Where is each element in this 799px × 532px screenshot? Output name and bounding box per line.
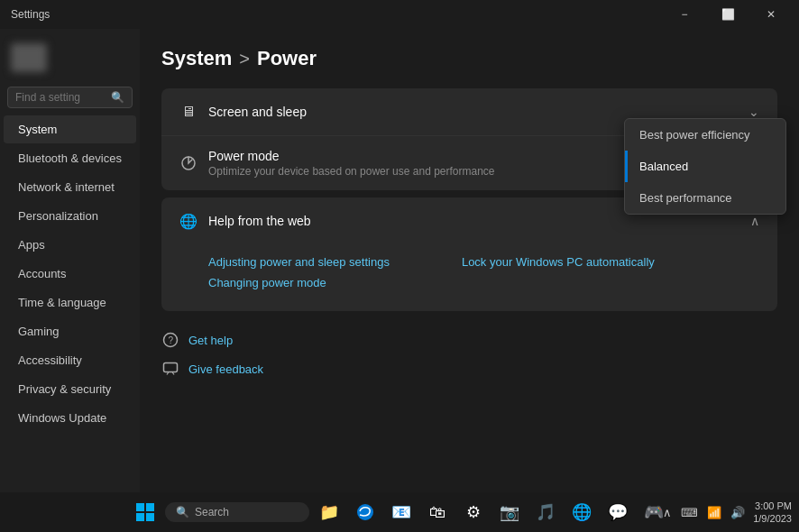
sidebar-item-windows-update[interactable]: Windows Update xyxy=(4,404,136,432)
sidebar-item-apps[interactable]: Apps xyxy=(4,231,136,259)
get-help-label: Get help xyxy=(188,334,233,347)
screen-sleep-card: 🖥 Screen and sleep ⌄ Power mode Optimize… xyxy=(161,88,777,190)
taskbar-photos-icon[interactable]: 📷 xyxy=(493,496,526,528)
taskbar-search-box[interactable]: 🔍 Search xyxy=(165,502,309,522)
tray-wifi-icon[interactable]: 📶 xyxy=(704,504,724,521)
screen-icon: 🖥 xyxy=(179,103,197,121)
svg-point-8 xyxy=(357,504,373,520)
sidebar: 🔍 System Bluetooth & devices Network & i… xyxy=(0,29,140,492)
svg-rect-7 xyxy=(146,513,154,521)
taskbar-settings-icon[interactable]: ⚙ xyxy=(457,496,490,528)
taskbar-app1-icon[interactable]: 💬 xyxy=(602,496,634,528)
tray-volume-icon[interactable]: 🔊 xyxy=(728,504,748,521)
get-help-icon: ? xyxy=(161,331,179,349)
help-web-chevron: ∧ xyxy=(750,214,759,228)
main-content: System > Power 🖥 Screen and sleep ⌄ xyxy=(140,29,799,492)
taskbar-files-icon[interactable]: 📁 xyxy=(313,496,345,528)
taskbar: 🔍 Search 📁 📧 🛍 ⚙ 📷 🎵 🌐 💬 🎮 ∧ ⌨ 📶 🔊 3:00 … xyxy=(0,492,799,532)
breadcrumb: System > Power xyxy=(161,47,777,70)
sidebar-item-gaming[interactable]: Gaming xyxy=(4,317,136,345)
svg-text:?: ? xyxy=(169,335,174,345)
power-mode-row[interactable]: Power mode Optimize your device based on… xyxy=(161,135,777,190)
taskbar-right: ∧ ⌨ 📶 🔊 3:00 PM 1/9/2023 xyxy=(660,500,792,526)
taskbar-center: 🔍 Search 📁 📧 🛍 ⚙ 📷 🎵 🌐 💬 🎮 xyxy=(129,496,670,528)
sidebar-item-accounts[interactable]: Accounts xyxy=(4,260,136,288)
screen-sleep-header-left: 🖥 Screen and sleep xyxy=(179,103,307,121)
help-web-header-left: 🌐 Help from the web xyxy=(179,212,311,230)
sidebar-item-personalization[interactable]: Personalization xyxy=(4,202,136,230)
minimize-button[interactable]: − xyxy=(664,0,705,29)
give-feedback-label: Give feedback xyxy=(188,362,263,376)
sidebar-item-bluetooth[interactable]: Bluetooth & devices xyxy=(4,144,136,172)
taskbar-spotify-icon[interactable]: 🎵 xyxy=(529,496,562,528)
dropdown-item-efficiency[interactable]: Best power efficiency xyxy=(625,119,785,151)
taskbar-search-label: Search xyxy=(195,506,229,518)
svg-rect-3 xyxy=(164,363,178,372)
window-controls: − ⬜ ✕ xyxy=(664,0,792,29)
help-links-right: Lock your Windows PC automatically xyxy=(462,255,655,297)
system-clock[interactable]: 3:00 PM 1/9/2023 xyxy=(753,500,792,526)
sidebar-item-system[interactable]: System xyxy=(4,115,136,143)
help-links-row: Adjusting power and sleep settings Chang… xyxy=(208,255,756,297)
taskbar-chrome-icon[interactable]: 🌐 xyxy=(565,496,598,528)
power-mode-icon xyxy=(179,154,197,172)
app-layout: 🔍 System Bluetooth & devices Network & i… xyxy=(0,29,799,492)
maximize-button[interactable]: ⬜ xyxy=(707,0,748,29)
taskbar-mail-icon[interactable]: 📧 xyxy=(385,496,418,528)
lock-pc-link[interactable]: Lock your Windows PC automatically xyxy=(462,255,655,269)
clock-time: 3:00 PM xyxy=(753,500,792,512)
start-button[interactable] xyxy=(129,496,161,528)
breadcrumb-parent: System xyxy=(161,47,232,70)
get-help-item[interactable]: ? Get help xyxy=(161,326,777,354)
screen-sleep-title: Screen and sleep xyxy=(208,105,307,119)
taskbar-search-icon: 🔍 xyxy=(176,506,189,518)
help-links-section: Adjusting power and sleep settings Chang… xyxy=(161,244,777,311)
bottom-links: ? Get help Give feedback xyxy=(161,318,777,390)
sidebar-item-network[interactable]: Network & internet xyxy=(4,173,136,201)
tray-keyboard-icon[interactable]: ⌨ xyxy=(678,504,701,521)
svg-rect-5 xyxy=(146,503,154,511)
sidebar-item-privacy[interactable]: Privacy & security xyxy=(4,375,136,403)
help-links-left: Adjusting power and sleep settings Chang… xyxy=(208,255,390,297)
svg-rect-4 xyxy=(136,503,144,511)
close-button[interactable]: ✕ xyxy=(750,0,792,29)
power-mode-dropdown: Best power efficiency Balanced Best perf… xyxy=(624,118,786,215)
give-feedback-icon xyxy=(161,360,179,378)
help-web-title: Help from the web xyxy=(208,214,311,228)
breadcrumb-current: Power xyxy=(257,47,317,70)
screen-sleep-chevron: ⌄ xyxy=(748,105,759,119)
dropdown-item-performance[interactable]: Best performance xyxy=(625,182,785,214)
system-tray: ∧ ⌨ 📶 🔊 xyxy=(660,504,748,521)
settings-search-box[interactable]: 🔍 xyxy=(7,87,133,108)
titlebar: Settings − ⬜ ✕ xyxy=(0,0,799,29)
avatar xyxy=(11,43,47,72)
taskbar-app2-icon[interactable]: 🎮 xyxy=(638,496,670,528)
adjust-sleep-link[interactable]: Adjusting power and sleep settings xyxy=(208,255,390,269)
clock-date: 1/9/2023 xyxy=(753,512,792,525)
search-icon: 🔍 xyxy=(111,91,124,104)
svg-rect-6 xyxy=(136,513,144,521)
help-web-icon: 🌐 xyxy=(179,212,197,230)
change-power-link[interactable]: Changing power mode xyxy=(208,276,390,289)
search-input[interactable] xyxy=(15,91,107,104)
app-title: Settings xyxy=(11,8,50,21)
sidebar-item-time[interactable]: Time & language xyxy=(4,289,136,316)
user-avatar-area xyxy=(0,36,140,79)
taskbar-store-icon[interactable]: 🛍 xyxy=(421,496,454,528)
give-feedback-item[interactable]: Give feedback xyxy=(161,354,777,383)
breadcrumb-separator: > xyxy=(239,49,250,69)
taskbar-edge-icon[interactable] xyxy=(349,496,381,528)
sidebar-item-accessibility[interactable]: Accessibility xyxy=(4,346,136,374)
dropdown-item-balanced[interactable]: Balanced xyxy=(625,151,785,182)
